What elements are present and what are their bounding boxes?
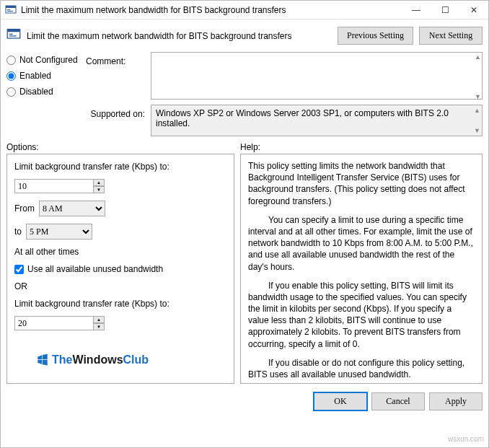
help-panel[interactable]: This policy setting limits the network b… <box>240 154 483 384</box>
use-all-bandwidth-input[interactable] <box>14 265 24 274</box>
radio-not-configured-input[interactable] <box>6 56 16 65</box>
radio-enabled-input[interactable] <box>6 71 16 81</box>
help-text: You can specify a limit to use during a … <box>248 214 475 273</box>
limit1-input[interactable] <box>14 179 94 193</box>
limit1-label: Limit background transfer rate (Kbps) to… <box>14 162 226 172</box>
limit2-label: Limit background transfer rate (Kbps) to… <box>14 299 226 309</box>
apply-button[interactable]: Apply <box>429 392 483 410</box>
window-title: Limit the maximum network bandwidth for … <box>21 5 402 15</box>
or-label: OR <box>14 281 226 291</box>
from-time-select[interactable]: 8 AM <box>39 201 105 216</box>
scroll-indicator: ▲▼ <box>475 53 481 100</box>
spin-up-icon[interactable]: ▲ <box>93 316 105 323</box>
maximize-button[interactable]: ☐ <box>431 1 459 19</box>
help-text: This policy setting limits the network b… <box>248 160 475 207</box>
watermark-brand: TheWindowsClub <box>14 353 226 366</box>
policy-icon <box>5 4 17 16</box>
svg-rect-2 <box>7 9 10 10</box>
spin-down-icon[interactable]: ▼ <box>93 186 105 193</box>
scroll-indicator: ▲▼ <box>474 107 480 134</box>
use-all-bandwidth-checkbox[interactable]: Use all available unused bandwidth <box>14 264 226 274</box>
limit2-input[interactable] <box>14 316 94 330</box>
svg-rect-5 <box>7 30 20 32</box>
svg-rect-7 <box>9 35 17 36</box>
radio-not-configured[interactable]: Not Configured <box>6 52 86 68</box>
to-label: to <box>14 227 22 237</box>
ok-button[interactable]: OK <box>314 392 367 410</box>
supported-on-box: Windows XP SP2 or Windows Server 2003 SP… <box>151 105 483 136</box>
help-text: If you disable or do not configure this … <box>248 357 475 380</box>
limit2-spinner[interactable]: ▲ ▼ <box>14 316 226 330</box>
spin-up-icon[interactable]: ▲ <box>93 179 105 186</box>
radio-label: Disabled <box>19 87 53 97</box>
svg-rect-1 <box>6 6 16 8</box>
svg-rect-6 <box>9 34 13 35</box>
supported-text: Windows XP SP2 or Windows Server 2003 SP… <box>156 108 449 128</box>
limit1-spinner[interactable]: ▲ ▼ <box>14 179 226 193</box>
help-text: If you enable this policy setting, BITS … <box>248 280 475 350</box>
cancel-button[interactable]: Cancel <box>371 392 425 410</box>
other-times-label: At all other times <box>14 247 226 257</box>
previous-setting-button[interactable]: Previous Setting <box>338 27 413 45</box>
title-bar: Limit the maximum network bandwidth for … <box>1 1 488 19</box>
to-time-select[interactable]: 5 PM <box>26 224 92 240</box>
radio-disabled[interactable]: Disabled <box>6 84 86 100</box>
from-label: From <box>14 203 35 214</box>
comment-textarea[interactable] <box>151 52 483 100</box>
dialog-footer: OK Cancel Apply <box>1 388 488 415</box>
policy-title: Limit the maximum network bandwidth for … <box>27 31 332 41</box>
radio-disabled-input[interactable] <box>6 87 16 97</box>
radio-label: Not Configured <box>19 55 78 65</box>
brand-logo-icon <box>36 353 49 366</box>
spin-down-icon[interactable]: ▼ <box>93 323 105 330</box>
options-panel: Limit background transfer rate (Kbps) to… <box>6 154 234 384</box>
options-heading: Options: <box>6 142 234 152</box>
policy-icon <box>6 27 21 44</box>
minimize-button[interactable]: — <box>402 1 431 19</box>
radio-label: Enabled <box>19 71 51 81</box>
next-setting-button[interactable]: Next Setting <box>419 27 483 45</box>
comment-label: Comment: <box>86 52 151 66</box>
svg-rect-3 <box>7 11 13 12</box>
checkbox-label: Use all available unused bandwidth <box>27 264 163 274</box>
help-heading: Help: <box>240 142 260 152</box>
radio-enabled[interactable]: Enabled <box>6 68 86 84</box>
image-watermark: wsxun.com <box>448 435 484 443</box>
supported-label: Supported on: <box>86 105 151 119</box>
close-button[interactable]: ✕ <box>459 1 488 19</box>
